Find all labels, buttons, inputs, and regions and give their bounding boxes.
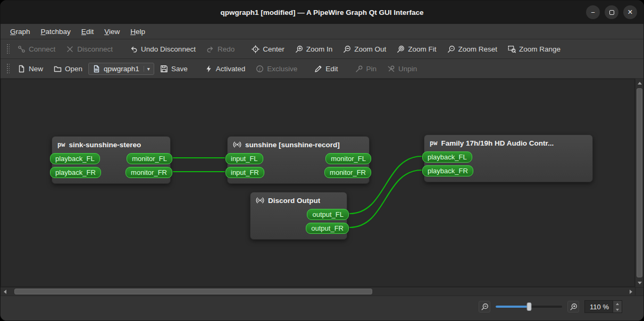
chevron-down-icon: ▾ <box>144 66 150 72</box>
save-button[interactable]: Save <box>155 62 193 75</box>
zoom-in-icon <box>295 45 303 53</box>
zoom-fit-label: Zoom Fit <box>408 45 436 53</box>
unpin-button[interactable]: Unpin <box>382 62 422 75</box>
port-playback_FL[interactable]: playback_FL <box>50 153 100 164</box>
exclusive-icon: f <box>256 65 264 73</box>
new-label: New <box>29 65 43 73</box>
zoom-in-button[interactable]: Zoom In <box>290 43 338 56</box>
menu-view[interactable]: View <box>99 24 125 39</box>
graph-node-discord[interactable]: Discord Outputoutput_FLoutput_FR <box>250 192 347 240</box>
maximize-icon <box>609 10 614 15</box>
port-monitor_FL[interactable]: monitor_FL <box>325 153 371 164</box>
file-icon <box>93 65 101 73</box>
menu-patchbay[interactable]: Patchbay <box>36 24 76 39</box>
spin-up-button[interactable] <box>613 301 622 307</box>
zoom-fit-button[interactable]: Zoom Fit <box>392 43 441 56</box>
exclusive-label: Exclusive <box>267 65 297 73</box>
zoom-range-button[interactable]: Zoom Range <box>503 43 565 56</box>
horizontal-scroll-thumb[interactable] <box>14 289 372 294</box>
zoom-in-button[interactable] <box>567 301 579 312</box>
vertical-scroll-track[interactable] <box>635 87 643 278</box>
node-title: Family 17h/19h HD Audio Contr... <box>441 139 554 147</box>
vertical-scroll-thumb[interactable] <box>637 88 642 277</box>
horizontal-scrollbar[interactable] <box>1 287 643 295</box>
disconnect-icon <box>66 45 74 53</box>
scroll-right-arrow[interactable] <box>626 288 635 295</box>
pin-button[interactable]: Pin <box>350 62 382 75</box>
graph-node-family[interactable]: pwFamily 17h/19h HD Audio Contr...playba… <box>424 134 593 182</box>
toolbar-drag-handle[interactable] <box>6 63 10 74</box>
node-title: sunshine [sunshine-record] <box>245 141 340 149</box>
node-title: Discord Output <box>268 197 320 205</box>
redo-icon <box>206 45 214 53</box>
zoom-slider[interactable] <box>496 302 562 311</box>
pipewire-icon: pw <box>57 141 65 148</box>
port-playback_FR[interactable]: playback_FR <box>422 165 473 176</box>
audio-app-icon <box>233 140 241 149</box>
graph-node-sunshine[interactable]: sunshine [sunshine-record]input_FLmonito… <box>227 136 370 184</box>
port-playback_FL[interactable]: playback_FL <box>422 151 472 163</box>
port-monitor_FR[interactable]: monitor_FR <box>126 167 172 178</box>
redo-button[interactable]: Redo <box>202 43 239 56</box>
zoom-value[interactable]: 110 % <box>585 301 613 312</box>
pin-label: Pin <box>366 65 377 73</box>
activated-label: Activated <box>216 65 246 73</box>
zoom-out-label: Zoom Out <box>354 45 386 53</box>
open-label: Open <box>65 65 82 73</box>
edit-button[interactable]: Edit <box>310 62 342 75</box>
connect-button[interactable]: Connect <box>13 43 60 56</box>
port-input_FR[interactable]: input_FR <box>225 167 264 178</box>
unpin-icon <box>387 65 395 73</box>
port-output_FR[interactable]: output_FR <box>306 223 349 234</box>
vertical-scrollbar[interactable] <box>635 79 643 287</box>
bolt-icon <box>205 65 213 73</box>
maximize-button[interactable] <box>605 5 618 19</box>
activated-button[interactable]: Activated <box>200 62 250 75</box>
node-title: sink-sunshine-stereo <box>69 141 141 149</box>
undo-disconnect-button[interactable]: Undo Disconnect <box>125 43 200 56</box>
zoom-reset-button[interactable]: Zoom Reset <box>442 43 503 56</box>
scrollbar-corner <box>635 288 643 295</box>
window-controls: − × <box>586 1 637 24</box>
scroll-up-arrow[interactable] <box>635 79 643 87</box>
patchbay-combo-dropdown[interactable]: qpwgraph1▾ <box>88 63 154 75</box>
disconnect-label: Disconnect <box>77 45 113 53</box>
zoom-range-icon <box>508 45 516 53</box>
menu-edit[interactable]: Edit <box>76 24 99 39</box>
minimize-button[interactable]: − <box>586 5 600 19</box>
port-input_FL[interactable]: input_FL <box>225 153 263 164</box>
menu-help[interactable]: Help <box>125 24 150 39</box>
horizontal-scroll-track[interactable] <box>9 288 626 295</box>
port-output_FL[interactable]: output_FL <box>307 209 349 220</box>
redo-label: Redo <box>218 45 235 53</box>
scroll-down-arrow[interactable] <box>635 278 643 287</box>
center-button[interactable]: Center <box>247 43 289 56</box>
app-window: qpwgraph1 [modified] — A PipeWire Graph … <box>0 0 644 321</box>
graph-canvas[interactable]: pwsink-sunshine-stereoplayback_FLmonitor… <box>1 79 635 287</box>
toolbar-drag-handle[interactable] <box>6 43 10 55</box>
zoom-spinbox[interactable]: 110 % <box>584 300 622 313</box>
spin-down-button[interactable] <box>613 307 622 312</box>
zoom-reset-label: Zoom Reset <box>458 45 498 53</box>
scroll-left-arrow[interactable] <box>1 288 9 295</box>
zoom-slider-handle[interactable] <box>526 302 531 311</box>
disconnect-button[interactable]: Disconnect <box>61 43 118 56</box>
open-button[interactable]: Open <box>49 62 87 75</box>
port-monitor_FL[interactable]: monitor_FL <box>127 153 172 164</box>
port-monitor_FR[interactable]: monitor_FR <box>324 167 371 178</box>
exclusive-button[interactable]: fExclusive <box>251 62 302 75</box>
new-button[interactable]: New <box>13 62 48 75</box>
zoom-out-button[interactable] <box>479 301 490 312</box>
zoom-out-icon <box>343 45 351 53</box>
close-button[interactable]: × <box>623 5 637 19</box>
graph-node-sink[interactable]: pwsink-sunshine-stereoplayback_FLmonitor… <box>52 136 171 184</box>
zoom-out-button[interactable]: Zoom Out <box>338 43 391 56</box>
pin-icon <box>355 65 363 73</box>
zoom-in-label: Zoom In <box>306 45 333 53</box>
menu-graph[interactable]: Graph <box>5 24 36 39</box>
zoom-fit-icon <box>397 45 405 53</box>
menubar: Graph Patchbay Edit View Help <box>1 24 643 39</box>
pipewire-icon: pw <box>430 139 437 147</box>
svg-text:f: f <box>260 66 262 71</box>
port-playback_FR[interactable]: playback_FR <box>50 167 101 178</box>
